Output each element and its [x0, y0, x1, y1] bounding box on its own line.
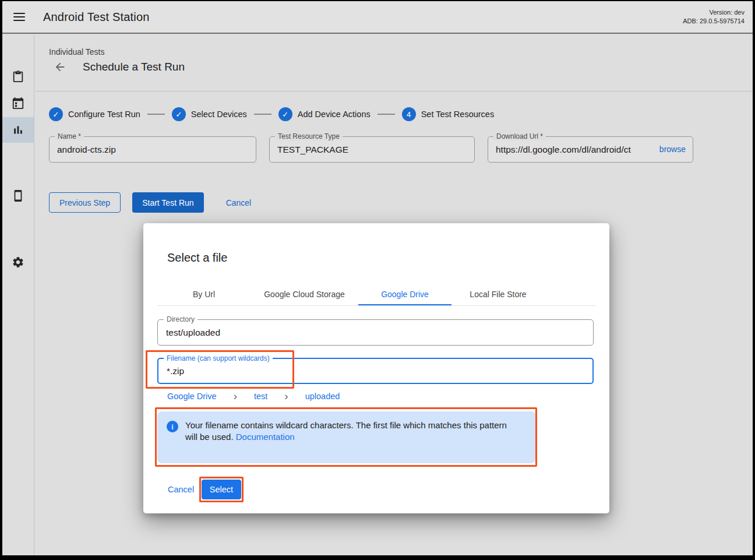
tab-local-file-store[interactable]: Local File Store — [451, 283, 545, 305]
app-header: Android Test Station Version: dev ADB: 2… — [2, 1, 753, 34]
sidebar — [2, 35, 34, 555]
step-check-icon: ✓ — [278, 107, 292, 121]
adb-version-label: ADB: 29.0.5-5975714 — [683, 17, 745, 26]
download-url-value: https://dl.google.com/dl/android/ct — [488, 137, 657, 162]
sidebar-item-settings[interactable] — [2, 249, 34, 275]
step-connector — [147, 114, 165, 115]
page-title: Schedule a Test Run — [83, 61, 185, 73]
chevron-right-icon: › — [284, 392, 288, 400]
gear-icon — [12, 256, 24, 269]
filename-value: *.zip — [158, 359, 592, 383]
step-add-device-actions[interactable]: ✓ Add Device Actions — [278, 107, 371, 121]
resource-name-field[interactable]: Name * android-cts.zip — [49, 136, 256, 163]
dialog-tabs: By Url Google Cloud Storage Google Drive… — [157, 283, 595, 306]
browse-link[interactable]: browse — [657, 137, 693, 162]
section-divider — [35, 91, 753, 91]
smartphone-icon — [12, 189, 24, 202]
chevron-right-icon: › — [234, 392, 237, 400]
app-title: Android Test Station — [43, 10, 150, 24]
cancel-button[interactable]: Cancel — [226, 198, 252, 207]
hamburger-menu-icon[interactable] — [13, 10, 25, 23]
dialog-title: Select a file — [167, 251, 227, 265]
alert-message: Your filename contains wildcard characte… — [185, 420, 507, 442]
select-file-dialog: Select a file By Url Google Cloud Storag… — [143, 223, 609, 513]
directory-field[interactable]: Directory test/uploaded — [157, 319, 594, 346]
documentation-link[interactable]: Documentation — [236, 432, 295, 442]
step-connector — [378, 114, 395, 115]
sidebar-item-test-plans[interactable] — [2, 90, 34, 116]
step-connector — [254, 114, 271, 115]
wildcard-info-alert: i Your filename contains wildcard charac… — [157, 411, 536, 463]
tab-google-drive[interactable]: Google Drive — [358, 283, 451, 305]
step-number-badge: 4 — [402, 107, 416, 121]
resource-type-value: TEST_PACKAGE — [270, 137, 474, 162]
step-label: Select Devices — [191, 110, 247, 119]
previous-step-button[interactable]: Previous Step — [49, 192, 121, 213]
calendar-icon — [12, 97, 24, 110]
step-select-devices[interactable]: ✓ Select Devices — [172, 107, 247, 121]
step-label: Set Test Resources — [421, 110, 494, 119]
directory-label: Directory — [164, 315, 197, 323]
step-configure-test-run[interactable]: ✓ Configure Test Run — [49, 107, 140, 121]
download-url-field[interactable]: Download Url * https://dl.google.com/dl/… — [488, 136, 693, 163]
resource-type-field[interactable]: Test Resource Type TEST_PACKAGE — [269, 136, 475, 163]
download-url-label: Download Url * — [493, 132, 546, 140]
info-icon: i — [167, 421, 178, 432]
breadcrumb-test[interactable]: test — [254, 392, 267, 401]
step-set-test-resources[interactable]: 4 Set Test Resources — [402, 107, 494, 121]
dialog-select-button[interactable]: Select — [202, 480, 241, 499]
test-resource-fields: Name * android-cts.zip Test Resource Typ… — [49, 136, 693, 163]
directory-value: test/uploaded — [158, 320, 593, 345]
alert-text: Your filename contains wildcard characte… — [185, 420, 513, 455]
resource-name-value: android-cts.zip — [50, 137, 256, 162]
filename-field[interactable]: Filename (can support wildcards) *.zip — [157, 358, 594, 384]
back-arrow-icon[interactable] — [54, 61, 66, 73]
sidebar-item-test-results[interactable] — [2, 117, 34, 143]
dialog-cancel-button[interactable]: Cancel — [168, 485, 194, 494]
resource-name-label: Name * — [55, 132, 84, 140]
filename-label: Filename (can support wildcards) — [164, 354, 273, 362]
bar-chart-icon — [12, 124, 24, 136]
header-meta: Version: dev ADB: 29.0.5-5975714 — [683, 8, 745, 26]
tab-by-url[interactable]: By Url — [157, 283, 251, 305]
form-actions: Previous Step Start Test Run Cancel — [49, 192, 251, 213]
tab-google-cloud-storage[interactable]: Google Cloud Storage — [251, 283, 358, 305]
section-label: Individual Tests — [49, 47, 104, 57]
sidebar-item-test-suites[interactable] — [2, 64, 34, 89]
stepper: ✓ Configure Test Run ✓ Select Devices ✓ … — [49, 107, 494, 121]
version-label: Version: dev — [683, 8, 745, 17]
resource-type-label: Test Resource Type — [275, 132, 343, 140]
step-check-icon: ✓ — [49, 107, 63, 121]
breadcrumb-uploaded[interactable]: uploaded — [305, 392, 340, 401]
breadcrumb-google-drive[interactable]: Google Drive — [167, 392, 217, 401]
step-label: Add Device Actions — [298, 110, 371, 119]
sidebar-item-devices[interactable] — [2, 183, 34, 209]
clipboard-icon — [12, 70, 24, 83]
drive-breadcrumb: Google Drive › test › uploaded — [167, 392, 340, 401]
start-test-run-button[interactable]: Start Test Run — [132, 192, 203, 213]
step-label: Configure Test Run — [68, 110, 140, 119]
app-window: Android Test Station Version: dev ADB: 2… — [2, 1, 753, 555]
step-check-icon: ✓ — [172, 107, 186, 121]
